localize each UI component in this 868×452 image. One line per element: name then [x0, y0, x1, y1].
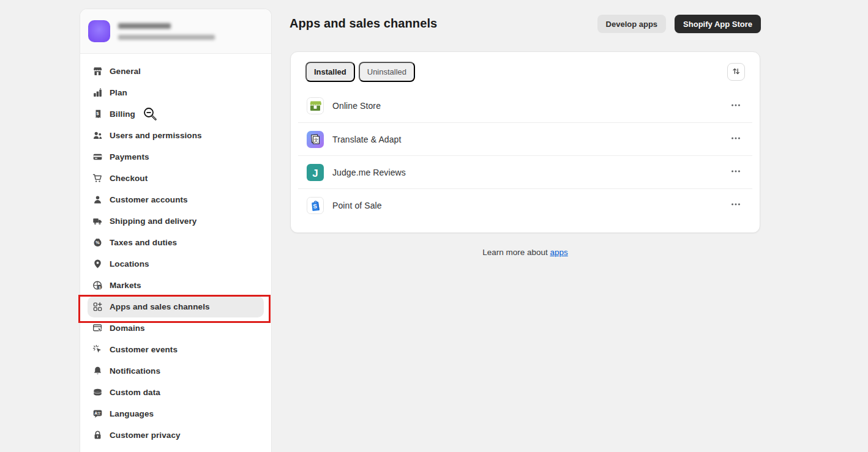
apps-card: Installed Uninstalled Online Store 文 Tra…: [290, 51, 760, 233]
receipt-icon: $: [92, 109, 103, 119]
sidebar-item-shipping-and-delivery[interactable]: Shipping and delivery: [88, 210, 264, 232]
person-icon: [92, 195, 103, 205]
sidebar-item-billing[interactable]: $ Billing: [88, 103, 264, 125]
shopify-app-store-button[interactable]: Shopify App Store: [675, 15, 761, 33]
sidebar-item-domains[interactable]: Domains: [88, 317, 264, 339]
point-of-sale-icon: S: [307, 197, 324, 214]
sidebar-item-label: Markets: [110, 281, 141, 290]
sidebar-nav: General Plan $ Billing Users and permiss…: [80, 54, 271, 446]
sidebar-item-taxes-and-duties[interactable]: % Taxes and duties: [88, 232, 264, 253]
ellipsis-icon: [730, 199, 741, 212]
users-icon: [92, 130, 103, 141]
learn-more-text: Learn more about apps: [290, 248, 760, 257]
sidebar-item-customer-accounts[interactable]: Customer accounts: [88, 189, 264, 210]
tab-installed[interactable]: Installed: [305, 62, 355, 82]
app-row-online-store[interactable]: Online Store: [298, 89, 752, 122]
develop-apps-button[interactable]: Develop apps: [597, 15, 667, 33]
app-name: Online Store: [332, 101, 381, 111]
sidebar-item-users-and-permissions[interactable]: Users and permissions: [88, 125, 264, 146]
app-row-judgeme-reviews[interactable]: J Judge.me Reviews: [298, 155, 752, 188]
sidebar-item-custom-data[interactable]: Custom data: [88, 382, 264, 403]
percent-icon: %: [92, 237, 103, 248]
sidebar-item-label: Customer accounts: [110, 195, 188, 204]
store-info-redacted: [118, 23, 215, 40]
sidebar-item-customer-privacy[interactable]: Customer privacy: [88, 424, 264, 446]
sidebar-item-label: Plan: [110, 88, 127, 97]
sidebar-item-label: Apps and sales channels: [110, 302, 210, 311]
judgeme-icon: J: [307, 164, 324, 181]
store-domain-redacted: [118, 35, 215, 40]
row-menu-button[interactable]: [728, 199, 744, 212]
sidebar-item-customer-events[interactable]: Customer events: [88, 339, 264, 360]
globe-dollar-icon: $: [92, 280, 103, 291]
sidebar-item-checkout[interactable]: Checkout: [88, 168, 264, 189]
sidebar-item-label: Customer privacy: [110, 431, 181, 440]
sort-arrows-icon: [731, 67, 741, 78]
app-row-point-of-sale[interactable]: S Point of Sale: [298, 188, 752, 221]
sidebar-item-label: Billing: [110, 109, 135, 119]
row-menu-button[interactable]: [728, 166, 744, 179]
truck-icon: [92, 216, 103, 226]
sidebar-item-label: Languages: [110, 409, 154, 418]
row-menu-button[interactable]: [728, 99, 744, 113]
app-name: Translate & Adapt: [332, 135, 401, 144]
store-name-redacted: [118, 23, 171, 29]
sort-button[interactable]: [727, 63, 745, 81]
svg-text:S: S: [313, 202, 317, 210]
row-menu-button[interactable]: [728, 133, 744, 146]
plan-chart-icon: [92, 87, 103, 98]
cursor-sparks-icon: [92, 344, 103, 355]
svg-text:J: J: [312, 167, 318, 179]
sidebar-item-markets[interactable]: $ Markets: [88, 275, 264, 296]
sidebar-item-label: Locations: [110, 259, 149, 269]
sidebar-item-label: General: [110, 67, 141, 76]
learn-more-label: Learn more about: [482, 248, 550, 257]
svg-text:文: 文: [97, 411, 101, 415]
bell-icon: [92, 366, 103, 376]
settings-page: General Plan $ Billing Users and permiss…: [0, 0, 868, 452]
store-icon: [92, 66, 103, 76]
sidebar-item-label: Checkout: [110, 174, 148, 183]
apps-tabbar: Installed Uninstalled: [298, 59, 752, 89]
sidebar-item-label: Shipping and delivery: [110, 217, 196, 226]
sidebar-item-general[interactable]: General: [88, 61, 264, 82]
sidebar-item-label: Custom data: [110, 388, 160, 397]
store-avatar: [88, 20, 110, 42]
app-name: Judge.me Reviews: [332, 168, 406, 177]
settings-sidebar: General Plan $ Billing Users and permiss…: [80, 9, 272, 452]
pin-icon: [92, 259, 103, 269]
app-row-translate-adapt[interactable]: 文 Translate & Adapt: [298, 122, 752, 155]
sidebar-item-label: Users and permissions: [110, 131, 202, 140]
ellipsis-icon: [730, 133, 741, 146]
sidebar-item-payments[interactable]: Payments: [88, 146, 264, 168]
translate-bubble-icon: A文: [92, 409, 103, 419]
database-icon: [92, 387, 103, 398]
sidebar-item-label: Taxes and duties: [110, 238, 177, 247]
sidebar-item-label: Payments: [110, 152, 149, 161]
ellipsis-icon: [730, 166, 741, 179]
header-actions: Develop apps Shopify App Store: [597, 15, 761, 33]
app-name: Point of Sale: [332, 201, 382, 210]
apps-grid-plus-icon: [92, 302, 103, 312]
sidebar-item-languages[interactable]: A文 Languages: [88, 403, 264, 424]
tab-uninstalled[interactable]: Uninstalled: [359, 62, 415, 82]
sidebar-item-locations[interactable]: Locations: [88, 253, 264, 275]
ellipsis-icon: [730, 100, 741, 113]
sidebar-item-label: Customer events: [110, 345, 178, 354]
sidebar-item-plan[interactable]: Plan: [88, 82, 264, 103]
store-header[interactable]: [80, 9, 271, 54]
svg-text:$: $: [96, 111, 99, 116]
translate-adapt-icon: 文: [307, 131, 324, 148]
online-store-icon: [307, 97, 324, 114]
sidebar-item-label: Domains: [110, 324, 145, 333]
lock-icon: [92, 430, 103, 440]
apps-link[interactable]: apps: [550, 248, 568, 257]
sidebar-item-apps-and-sales-channels[interactable]: Apps and sales channels: [88, 296, 264, 317]
sidebar-item-label: Notifications: [110, 366, 160, 376]
svg-text:%: %: [95, 240, 100, 245]
page-title: Apps and sales channels: [290, 17, 437, 31]
cart-icon: [92, 173, 103, 183]
sidebar-item-notifications[interactable]: Notifications: [88, 360, 264, 382]
browser-cursor-icon: [92, 323, 103, 333]
svg-text:文: 文: [314, 137, 319, 143]
